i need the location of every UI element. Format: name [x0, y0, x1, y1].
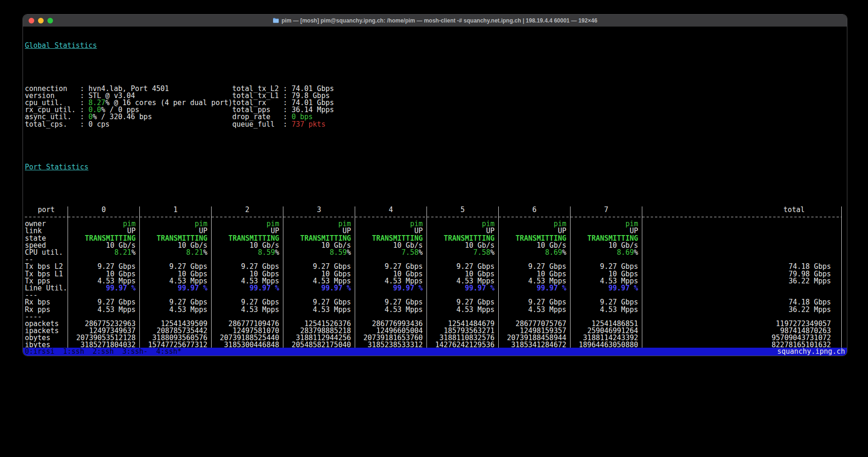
tmux-window-item[interactable]: 2:ssh	[93, 347, 114, 356]
table-cell: 3188114243392	[571, 335, 642, 342]
tmux-window-item[interactable]: 1:ssh	[63, 347, 84, 356]
table-row--: ----	[25, 313, 842, 320]
tmux-window-item[interactable]: 0:irssi	[25, 347, 54, 356]
table-cell: 8.59%	[283, 249, 355, 256]
row-label: owner	[25, 221, 68, 228]
table-cell: 3185300446848	[212, 342, 283, 348]
table-cell: 99.97 %	[427, 285, 499, 292]
table-cell	[499, 292, 571, 299]
column-header-port-3: 3	[283, 206, 355, 213]
table-cell: 12541439509	[140, 320, 212, 328]
minimize-button[interactable]	[38, 18, 44, 23]
table-cell: 9.27 Gbps	[355, 263, 427, 270]
text-segment: %	[131, 249, 136, 256]
table-cell: 4.53 Mpps	[283, 306, 355, 313]
table-cell: 74.18 Gbps	[642, 299, 842, 306]
table-cell	[427, 313, 499, 320]
table-cell: 9.27 Gbps	[68, 263, 140, 270]
table-cell: 10 Gbps	[140, 271, 212, 278]
table-cell: 20739188525440	[212, 335, 283, 342]
folder-icon	[273, 18, 279, 23]
table-cell: 12497349637	[68, 328, 140, 335]
text-segment: queue_full :	[232, 120, 291, 129]
table-cell: 99.97 %	[212, 285, 283, 292]
column-header-port-1: 1	[140, 206, 212, 213]
table-cell: 10 Gbps	[571, 271, 642, 278]
table-cell: 8.21%	[140, 249, 212, 256]
text-segment: TRANSMITTING	[300, 235, 351, 242]
table-cell: 3188112944256	[283, 335, 355, 342]
row-label: --	[25, 256, 68, 263]
text-segment: 99.97 %	[321, 285, 351, 292]
text-segment: pim	[410, 221, 423, 228]
tmux-window-item[interactable]: 4:ssh*	[156, 347, 182, 356]
table-cell	[283, 292, 355, 299]
table-cell: TRANSMITTING	[571, 235, 642, 242]
table-cell: 10 Gbps	[68, 271, 140, 278]
table-cell: 3185238533312	[355, 342, 427, 348]
text-segment: 7.58	[402, 249, 419, 256]
table-cell	[68, 292, 140, 299]
table-row-obytes: obytes2073905351212831880935605762073918…	[25, 335, 842, 342]
text-segment: %	[203, 249, 207, 256]
table-row-rx-bps: Rx bps9.27 Gbps9.27 Gbps9.27 Gbps9.27 Gb…	[25, 299, 842, 306]
table-cell: 99.97 %	[499, 285, 571, 292]
table-cell: 4.53 Mpps	[283, 278, 355, 285]
row-label: Line Util.	[25, 285, 68, 292]
text-segment: 8.21	[114, 249, 131, 256]
table-cell: 4.53 Mpps	[499, 306, 571, 313]
table-cell: 9.27 Gbps	[499, 263, 571, 270]
table-cell	[427, 213, 499, 221]
table-cell: 99.97 %	[355, 285, 427, 292]
row-label: state	[25, 235, 68, 242]
table-row-ipackets: ipackets12497349637208785735442124975810…	[25, 328, 842, 335]
text-segment: 8.69	[617, 249, 634, 256]
close-button[interactable]	[29, 18, 34, 23]
text-segment: TRANSMITTING	[372, 235, 423, 242]
row-label: Tx bps L1	[25, 271, 68, 278]
text-segment: 8.59	[258, 249, 275, 256]
text-segment: pim	[554, 221, 566, 228]
table-cell: 99.97 %	[283, 285, 355, 292]
text-segment: pim	[195, 221, 207, 228]
row-label: opackets	[25, 320, 68, 328]
table-cell: 185793563271	[427, 328, 499, 335]
zoom-button[interactable]	[47, 18, 53, 23]
table-cell: 286777109476	[212, 320, 283, 328]
table-row--: --	[25, 256, 842, 263]
text-segment: %	[419, 249, 423, 256]
table-cell: 12541484679	[427, 320, 499, 328]
text-segment: %	[490, 249, 495, 256]
column-header-port-5: 5	[427, 206, 499, 213]
table-cell: 987414870263	[642, 328, 842, 335]
tmux-window-item[interactable]: 3:ssh-	[122, 347, 148, 356]
row-label: ---	[25, 292, 68, 299]
table-cell: UP	[355, 228, 427, 235]
window-titlebar[interactable]: pim — [mosh] pim@squanchy.ipng.ch: /home…	[23, 15, 847, 27]
table-cell	[642, 235, 842, 242]
table-cell	[642, 242, 842, 249]
table-cell: 4.53 Mpps	[355, 306, 427, 313]
row-label: ipackets	[25, 328, 68, 335]
terminal-window: pim — [mosh] pim@squanchy.ipng.ch: /home…	[23, 14, 847, 356]
terminal-content[interactable]: Global Statistics connection : hvn4.lab,…	[23, 27, 847, 348]
table-cell: 95709043731072	[642, 335, 842, 342]
global-statistics-section: connection : hvn4.lab, Port 4501version …	[25, 85, 845, 128]
table-header-separator	[25, 213, 842, 221]
table-cell: 18964463050880	[571, 342, 642, 348]
table-cell	[355, 213, 427, 221]
table-cell: pim	[571, 221, 642, 228]
table-cell: 10 Gbps	[427, 271, 499, 278]
window-title: pim — [mosh] pim@squanchy.ipng.ch: /home…	[23, 17, 847, 24]
table-cell	[212, 213, 283, 221]
table-cell: 9.27 Gbps	[68, 299, 140, 306]
table-cell	[642, 292, 842, 299]
table-cell	[642, 213, 842, 221]
text-segment: TRANSMITTING	[228, 235, 279, 242]
text-segment: 8.59	[330, 249, 347, 256]
table-cell: 4.53 Mpps	[212, 306, 283, 313]
table-cell: 74.18 Gbps	[642, 263, 842, 270]
table-cell: 4.53 Mpps	[571, 278, 642, 285]
text-segment: pim	[625, 221, 638, 228]
table-cell: 286777075767	[499, 320, 571, 328]
